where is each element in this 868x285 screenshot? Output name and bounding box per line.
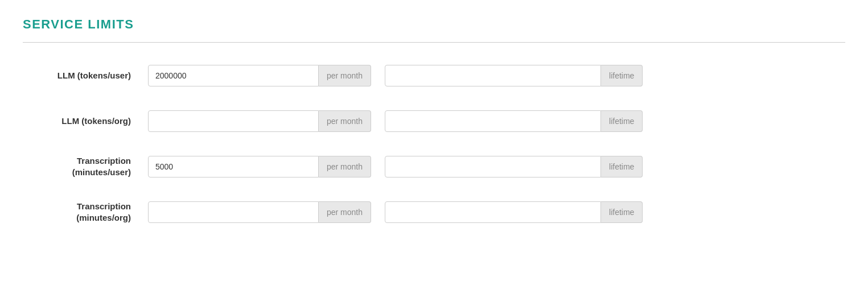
monthly-input-transcription-org[interactable] — [148, 201, 319, 223]
lifetime-input-group-llm-user: lifetime — [385, 65, 643, 86]
per-month-label-llm-org: per month — [319, 110, 371, 132]
lifetime-input-transcription-user[interactable] — [385, 156, 601, 177]
limit-row: Transcription (minutes/user) per month l… — [23, 150, 845, 184]
monthly-input-llm-org[interactable] — [148, 110, 319, 132]
limit-row: Transcription (minutes/org) per month li… — [23, 195, 845, 229]
monthly-input-group-transcription-org: per month — [148, 201, 371, 223]
section-divider — [23, 42, 845, 43]
row-label-llm-org: LLM (tokens/org) — [23, 115, 148, 127]
per-month-label-transcription-user: per month — [319, 156, 371, 177]
row-label-llm-user: LLM (tokens/user) — [23, 70, 148, 81]
lifetime-input-group-llm-org: lifetime — [385, 110, 643, 132]
per-month-label-transcription-org: per month — [319, 201, 371, 223]
lifetime-label-transcription-org: lifetime — [601, 201, 643, 223]
monthly-input-group-llm-org: per month — [148, 110, 371, 132]
monthly-input-llm-user[interactable] — [148, 65, 319, 86]
lifetime-label-llm-org: lifetime — [601, 110, 643, 132]
row-label-transcription-org: Transcription (minutes/org) — [23, 201, 148, 224]
lifetime-label-llm-user: lifetime — [601, 65, 643, 86]
limit-row: LLM (tokens/org) per month lifetime — [23, 104, 845, 138]
row-label-transcription-user: Transcription (minutes/user) — [23, 155, 148, 179]
monthly-input-group-llm-user: per month — [148, 65, 371, 86]
lifetime-input-llm-org[interactable] — [385, 110, 601, 132]
per-month-label-llm-user: per month — [319, 65, 371, 86]
lifetime-input-transcription-org[interactable] — [385, 201, 601, 223]
lifetime-input-llm-user[interactable] — [385, 65, 601, 86]
lifetime-input-group-transcription-org: lifetime — [385, 201, 643, 223]
lifetime-input-group-transcription-user: lifetime — [385, 156, 643, 177]
lifetime-label-transcription-user: lifetime — [601, 156, 643, 177]
monthly-input-group-transcription-user: per month — [148, 156, 371, 177]
monthly-input-transcription-user[interactable] — [148, 156, 319, 177]
page-title: SERVICE LIMITS — [23, 17, 845, 32]
service-limits-table: LLM (tokens/user) per month lifetime LLM… — [23, 59, 845, 229]
limit-row: LLM (tokens/user) per month lifetime — [23, 59, 845, 93]
